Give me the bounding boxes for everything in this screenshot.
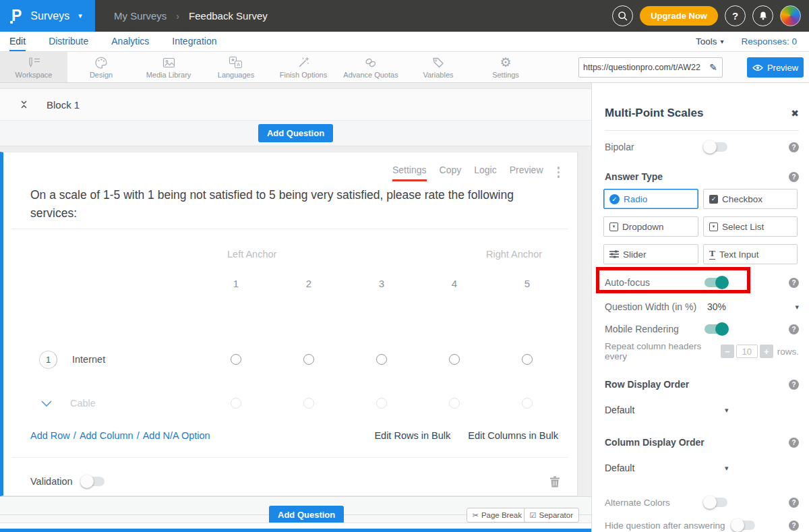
toolbar-item-variables[interactable]: Variables xyxy=(404,52,472,82)
tools-menu[interactable]: Tools▾ xyxy=(696,36,724,47)
radio-option[interactable] xyxy=(376,398,387,409)
row-label-cable[interactable]: Cable xyxy=(70,398,96,409)
help-icon[interactable]: ? xyxy=(789,521,799,531)
tab-analytics[interactable]: Analytics xyxy=(111,32,149,51)
answer-type-select-list[interactable]: ▾ Select List xyxy=(703,216,798,237)
radio-option[interactable] xyxy=(449,398,460,409)
answer-type-dropdown[interactable]: ▾ Dropdown xyxy=(603,216,698,237)
column-header-4[interactable]: 4 xyxy=(418,278,491,289)
answer-type-text-input[interactable]: T Text Input xyxy=(703,244,798,264)
column-header-2[interactable]: 2 xyxy=(272,278,345,289)
radio-option[interactable] xyxy=(522,398,533,409)
hide-question-toggle[interactable] xyxy=(732,521,755,530)
question-tab-logic[interactable]: Logic xyxy=(474,165,496,181)
answer-type-radio[interactable]: ✓ Radio xyxy=(603,189,698,209)
question-tab-preview[interactable]: Preview xyxy=(510,165,543,181)
radio-option[interactable] xyxy=(376,354,387,365)
alternate-colors-label: Alternate Colors xyxy=(605,498,705,508)
help-icon[interactable]: ? xyxy=(789,172,799,182)
edit-rows-in-bulk-link[interactable]: Edit Rows in Bulk xyxy=(374,430,450,441)
questionpro-logo-icon: P xyxy=(11,8,22,24)
auto-focus-toggle[interactable] xyxy=(705,278,727,287)
tab-edit[interactable]: Edit xyxy=(9,32,26,51)
toolbar-item-media-library[interactable]: Media Library xyxy=(135,52,202,82)
column-display-order-header: Column Display Order ? xyxy=(605,435,799,450)
breadcrumb-my-surveys[interactable]: My Surveys xyxy=(114,10,167,22)
row-display-order-select[interactable]: Default ▾ xyxy=(605,403,799,417)
hide-question-label: Hide question after answering xyxy=(605,521,725,531)
close-panel-icon[interactable]: ✖ xyxy=(791,108,799,119)
help-icon[interactable]: ? xyxy=(789,278,799,288)
answer-type-checkbox[interactable]: ✓ Checkbox xyxy=(703,189,798,209)
increment-button[interactable]: + xyxy=(760,345,773,358)
column-header-3[interactable]: 3 xyxy=(345,278,418,289)
chevron-down-icon: ▾ xyxy=(78,11,82,20)
column-display-order-select[interactable]: Default ▾ xyxy=(605,461,799,475)
decrement-button[interactable]: − xyxy=(721,345,734,358)
radio-option[interactable] xyxy=(303,354,314,365)
repeat-headers-label: Repeat column headers every xyxy=(605,341,721,361)
right-anchor-label[interactable]: Right Anchor xyxy=(486,249,542,260)
upgrade-now-button[interactable]: Upgrade Now xyxy=(640,6,718,26)
tab-distribute[interactable]: Distribute xyxy=(49,32,88,51)
question-width-value[interactable]: 30% xyxy=(707,301,726,312)
radio-option[interactable] xyxy=(449,354,460,365)
radio-option[interactable] xyxy=(231,354,241,365)
chevron-down-icon[interactable]: ▾ xyxy=(795,303,799,312)
help-icon[interactable]: ? xyxy=(789,324,799,334)
radio-option[interactable] xyxy=(231,398,241,409)
user-avatar[interactable] xyxy=(780,5,801,26)
repeat-headers-input[interactable] xyxy=(736,345,758,358)
edit-url-pencil-icon[interactable]: ✎ xyxy=(705,62,722,73)
add-column-link[interactable]: Add Column xyxy=(80,430,133,441)
chevron-down-icon[interactable] xyxy=(40,399,53,408)
toolbar-item-finish-options[interactable]: Finish Options xyxy=(270,52,337,82)
help-icon[interactable]: ? xyxy=(789,438,799,448)
help-button[interactable]: ? xyxy=(725,5,746,26)
search-button[interactable] xyxy=(612,5,633,26)
bell-icon xyxy=(758,10,769,22)
alternate-colors-toggle[interactable] xyxy=(705,498,727,507)
notifications-button[interactable] xyxy=(752,5,773,26)
toolbar-item-settings[interactable]: ⚙ Settings xyxy=(472,52,539,82)
column-header-5[interactable]: 5 xyxy=(491,278,564,289)
preview-button[interactable]: Preview xyxy=(747,57,804,78)
edit-columns-in-bulk-link[interactable]: Edit Columns in Bulk xyxy=(468,430,558,441)
left-anchor-label[interactable]: Left Anchor xyxy=(227,249,276,260)
answer-type-slider[interactable]: Slider xyxy=(603,244,698,264)
toolbar-item-languages[interactable]: ★A Languages xyxy=(202,52,270,82)
column-header-1[interactable]: 1 xyxy=(200,278,272,289)
bipolar-toggle[interactable] xyxy=(705,142,727,152)
tab-integration[interactable]: Integration xyxy=(172,32,216,51)
toolbar-item-design[interactable]: Design xyxy=(67,52,135,82)
product-switcher[interactable]: P Surveys ▾ xyxy=(0,0,95,32)
help-icon[interactable]: ? xyxy=(789,142,799,152)
add-question-button-top[interactable]: Add Question xyxy=(258,124,333,142)
collapse-block-icon[interactable] xyxy=(19,99,29,110)
nav-right-group: Tools▾ Responses: 0 xyxy=(696,32,809,51)
radio-option[interactable] xyxy=(522,354,533,365)
add-question-button-bottom[interactable]: Add Question xyxy=(269,506,344,524)
question-text[interactable]: On a scale of 1-5 with 1 being not satis… xyxy=(30,186,553,223)
row-label-internet[interactable]: Internet xyxy=(72,354,105,365)
mobile-rendering-toggle[interactable] xyxy=(705,324,727,334)
answer-type-label: Answer Type xyxy=(605,171,663,182)
survey-url-input[interactable] xyxy=(579,63,705,72)
toolbar-item-advance-quotas[interactable]: Advance Quotas xyxy=(337,52,404,82)
page-break-button[interactable]: ✂ Page Break xyxy=(467,508,528,523)
toolbar-item-workspace[interactable]: Workspace xyxy=(0,52,67,82)
question-tab-copy[interactable]: Copy xyxy=(440,165,462,181)
radio-option[interactable] xyxy=(303,398,314,409)
help-icon[interactable]: ? xyxy=(789,380,799,390)
help-icon[interactable]: ? xyxy=(789,498,799,508)
validation-toggle[interactable] xyxy=(82,477,104,486)
block-title[interactable]: Block 1 xyxy=(47,99,80,111)
more-options-icon[interactable] xyxy=(558,165,560,178)
responses-count[interactable]: Responses: 0 xyxy=(741,36,797,47)
image-icon xyxy=(162,56,176,69)
add-row-link[interactable]: Add Row xyxy=(30,430,70,441)
add-na-option-link[interactable]: Add N/A Option xyxy=(143,430,210,441)
delete-question-button[interactable] xyxy=(549,475,560,488)
question-tab-settings[interactable]: Settings xyxy=(392,165,427,181)
separator-button[interactable]: ☑ Separator xyxy=(524,508,579,523)
